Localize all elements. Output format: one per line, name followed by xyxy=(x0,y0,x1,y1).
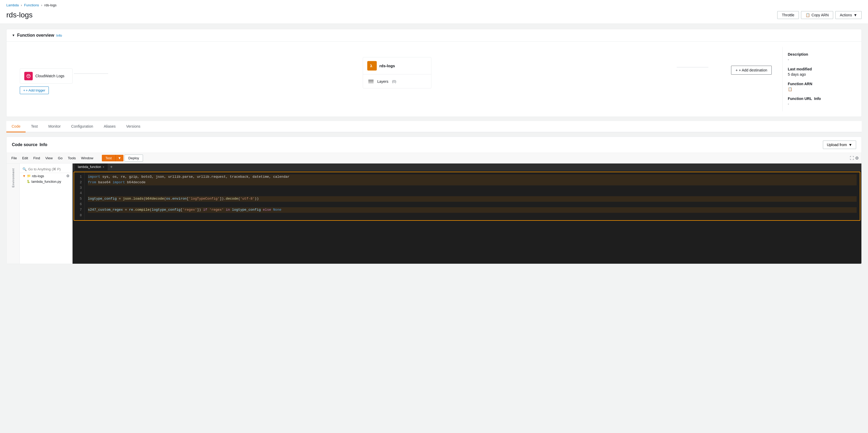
code-box: 1 2 3 4 5 6 7 8 import sys, os, re, gzip… xyxy=(73,172,860,221)
code-card-header: Code source Info Upload from ▼ xyxy=(7,137,861,153)
lambda-icon: λ xyxy=(367,61,377,70)
breadcrumb-sep1: › xyxy=(21,3,22,7)
function-overview-card: ▼ Function overview Info CloudWatch Logs… xyxy=(6,29,862,117)
svg-rect-4 xyxy=(368,81,374,82)
search-input[interactable] xyxy=(28,167,72,171)
test-dropdown-button[interactable]: ▼ xyxy=(116,155,123,161)
folder-gear-button[interactable]: ⚙ xyxy=(66,174,70,178)
code-tab-label: lambda_function xyxy=(78,165,101,169)
menu-tools[interactable]: Tools xyxy=(66,155,78,161)
code-source-info[interactable]: Info xyxy=(39,142,47,147)
code-tab-close-button[interactable]: × xyxy=(103,165,104,168)
add-trigger-button[interactable]: + + Add trigger xyxy=(20,87,49,94)
last-modified-section: Last modified 5 days ago xyxy=(788,67,851,76)
trigger-name: CloudWatch Logs xyxy=(35,74,64,78)
menu-file[interactable]: File xyxy=(9,155,19,161)
function-url-label: Function URL xyxy=(788,97,812,101)
function-overview-info[interactable]: Info xyxy=(56,33,62,37)
plus-icon: + xyxy=(23,88,25,92)
cloudwatch-icon xyxy=(24,72,33,80)
menu-view[interactable]: View xyxy=(43,155,55,161)
upload-from-button[interactable]: Upload from ▼ xyxy=(823,140,856,149)
code-lines: import sys, os, re, gzip, boto3, json, u… xyxy=(85,172,860,220)
tab-monitor[interactable]: Monitor xyxy=(43,121,66,132)
function-overview-body: CloudWatch Logs + + Add trigger λ rds-lo… xyxy=(7,42,861,116)
menu-edit[interactable]: Edit xyxy=(20,155,30,161)
svg-rect-3 xyxy=(368,80,374,80)
svg-point-1 xyxy=(28,76,29,77)
code-tab-lambda[interactable]: lambda_function × xyxy=(75,164,107,170)
function-url-label-row: Function URL Info xyxy=(788,97,851,101)
function-url-value: - xyxy=(788,102,851,106)
copy-icon: 📋 xyxy=(805,13,810,17)
menu-window[interactable]: Window xyxy=(79,155,95,161)
breadcrumb-lambda[interactable]: Lambda xyxy=(6,3,19,7)
file-tree: 🔍 ▼ 📁 rds-logs ⚙ 🐍 lambda_function.py xyxy=(20,164,72,264)
code-source-card: Code source Info Upload from ▼ File Edit… xyxy=(6,137,862,264)
description-value: - xyxy=(788,58,851,62)
editor-body: Environment 🔍 ▼ 📁 rds-logs ⚙ 🐍 lambda_fu xyxy=(7,164,861,264)
svg-text:λ: λ xyxy=(370,64,372,68)
breadcrumb-functions[interactable]: Functions xyxy=(24,3,39,7)
throttle-button[interactable]: Throttle xyxy=(777,11,799,19)
function-box: λ rds-logs Layers (0) xyxy=(363,57,431,88)
last-modified-label: Last modified xyxy=(788,67,851,71)
copy-arn-button[interactable]: 📋 Copy ARN xyxy=(801,11,833,19)
function-overview-title: Function overview xyxy=(17,33,54,38)
test-button[interactable]: Test xyxy=(102,155,116,161)
file-tree-file-lambda[interactable]: 🐍 lambda_function.py xyxy=(20,179,72,184)
function-overview-header: ▼ Function overview Info xyxy=(7,29,861,42)
folder-icon: 📁 xyxy=(27,174,31,178)
tab-code[interactable]: Code xyxy=(6,121,26,132)
connector-right xyxy=(677,67,708,67)
trigger-box[interactable]: CloudWatch Logs xyxy=(20,68,72,84)
tab-versions[interactable]: Versions xyxy=(121,121,146,132)
layers-label: Layers xyxy=(377,79,389,83)
environment-sidebar: Environment xyxy=(7,164,20,264)
tab-aliases[interactable]: Aliases xyxy=(98,121,121,132)
plus-icon-dest: + xyxy=(736,68,738,72)
code-editor-area[interactable]: lambda_function × + 1 2 3 4 5 6 xyxy=(72,164,861,264)
arn-copy-icon[interactable]: 📋 xyxy=(788,87,792,91)
header-actions: Throttle 📋 Copy ARN Actions ▼ xyxy=(777,11,862,19)
menu-find[interactable]: Find xyxy=(31,155,42,161)
line-numbers: 1 2 3 4 5 6 7 8 xyxy=(74,172,85,220)
svg-point-0 xyxy=(27,74,30,78)
add-tab-button[interactable]: + xyxy=(108,164,115,170)
last-modified-value: 5 days ago xyxy=(788,72,851,76)
layers-icon xyxy=(367,77,375,85)
collapse-icon[interactable]: ▼ xyxy=(12,33,15,37)
breadcrumb-current: rds-logs xyxy=(44,3,57,7)
layers-count: (0) xyxy=(392,79,396,83)
function-box-name: rds-logs xyxy=(379,64,395,68)
function-url-section: Function URL Info - xyxy=(788,97,851,106)
svg-rect-5 xyxy=(368,82,374,83)
code-tabs: lambda_function × + xyxy=(72,164,861,171)
environment-label: Environment xyxy=(11,168,15,188)
add-destination-button[interactable]: + + Add destination xyxy=(731,66,772,75)
function-url-info[interactable]: Info xyxy=(814,97,821,101)
folder-name: rds-logs xyxy=(32,174,44,178)
file-name: lambda_function.py xyxy=(31,179,61,184)
settings-button[interactable]: ⚙ xyxy=(855,156,859,161)
file-tree-folder-rds-logs[interactable]: ▼ 📁 rds-logs ⚙ xyxy=(20,173,72,179)
upload-chevron-icon: ▼ xyxy=(848,143,852,147)
description-section: Description - xyxy=(788,52,851,62)
tabs-bar: Code Test Monitor Configuration Aliases … xyxy=(6,121,862,132)
tab-test[interactable]: Test xyxy=(26,121,43,132)
breadcrumb: Lambda › Functions › rds-logs xyxy=(6,0,862,9)
editor-toolbar: File Edit Find View Go Tools Window Test… xyxy=(7,153,861,164)
function-box-footer: Layers (0) xyxy=(363,74,431,88)
fullscreen-button[interactable]: ⛶ xyxy=(850,156,854,161)
function-arn-label: Function ARN xyxy=(788,82,851,86)
menu-go[interactable]: Go xyxy=(56,155,65,161)
breadcrumb-sep2: › xyxy=(41,3,42,7)
description-label: Description xyxy=(788,52,851,57)
deploy-button[interactable]: Deploy xyxy=(125,155,143,162)
tab-configuration[interactable]: Configuration xyxy=(66,121,98,132)
code-content: 1 2 3 4 5 6 7 8 import sys, os, re, gzip… xyxy=(74,172,860,220)
file-icon: 🐍 xyxy=(27,180,30,183)
actions-chevron-icon: ▼ xyxy=(854,13,857,17)
overview-sidebar: Description - Last modified 5 days ago F… xyxy=(782,47,856,111)
actions-button[interactable]: Actions ▼ xyxy=(835,11,862,19)
